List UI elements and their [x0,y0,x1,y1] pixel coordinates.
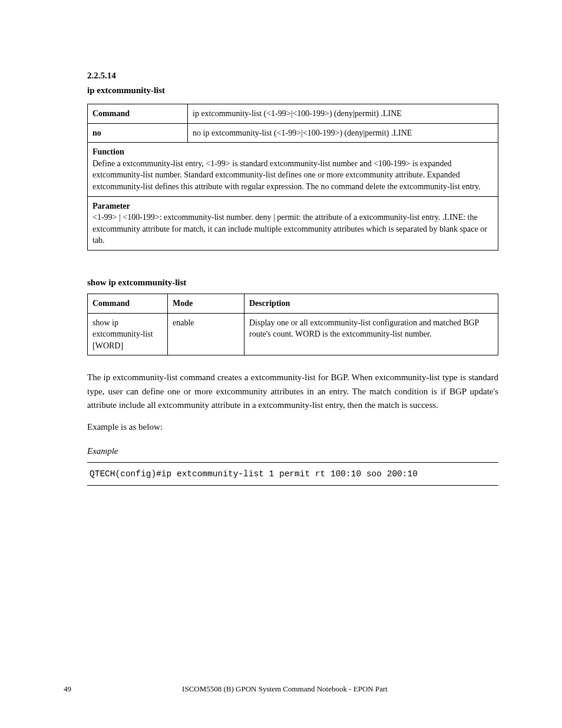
cell-value-no: no ip extcommunity-list (<1-99>|<100-199… [188,123,498,143]
secondary-caption: show ip extcommunity-list [87,278,498,288]
label-parameter: Parameter [92,202,130,210]
col-header-mode: Mode [168,294,244,313]
page-footer: 49 ISCOM5508 (B) GPON System Command Not… [64,684,498,694]
col-header-description: Description [244,294,498,313]
example-label: Example [87,444,498,458]
table-row: Command ip extcommunity-list (<1-99>|<10… [88,104,498,124]
cell-label-command: Command [88,104,188,124]
show-command-table: Command Mode Description show ip extcomm… [87,294,498,355]
cli-example: QTECH(config)#ip extcommunity-list 1 per… [87,462,498,486]
cell-label-no: no [88,123,188,143]
footer-title: ISCOM5508 (B) GPON System Command Notebo… [71,684,498,694]
footer-page-number: 49 [64,684,71,694]
cell-show-mode: enable [168,313,244,355]
body-paragraph-1: The ip extcommunity-list command creates… [87,371,498,412]
cell-show-description: Display one or all extcommunity-list con… [244,313,498,355]
cell-parameter: Parameter <1-99> | <100-199>: extcommuni… [88,196,498,250]
table-row: no no ip extcommunity-list (<1-99>|<100-… [88,123,498,143]
body-paragraph-2: Example is as below: [87,420,498,434]
table-header-row: Command Mode Description [88,294,498,313]
text-function: Define a extcommunity-list entry, <1-99>… [92,159,481,191]
table-row: show ip extcommunity-list [WORD] enable … [88,313,498,355]
text-parameter: <1-99> | <100-199>: extcommunity-list nu… [92,213,487,245]
cell-function: Function Define a extcommunity-list entr… [88,143,498,196]
section-title: ip extcommunity-list [87,85,498,95]
section-number: 2.2.5.14 [87,71,498,81]
cell-value-command: ip extcommunity-list (<1-99>|<100-199>) … [188,104,498,124]
table-row-parameter: Parameter <1-99> | <100-199>: extcommuni… [88,196,498,250]
command-syntax-table: Command ip extcommunity-list (<1-99>|<10… [87,104,498,251]
cell-show-command: show ip extcommunity-list [WORD] [88,313,168,355]
table-row-function: Function Define a extcommunity-list entr… [88,143,498,196]
label-function: Function [92,147,124,156]
col-header-command: Command [88,294,168,313]
